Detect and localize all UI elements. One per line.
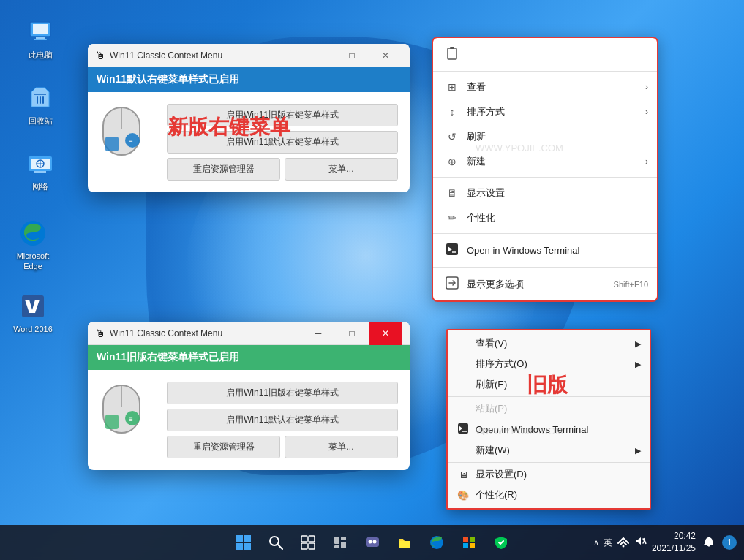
minimize-btn-2[interactable]: ─ — [301, 322, 335, 345]
svg-point-54 — [622, 545, 624, 548]
more-icon — [445, 276, 459, 292]
ctx-old-personalize[interactable]: 🎨 个性化(R) — [448, 485, 650, 505]
refresh-icon: ↺ — [445, 131, 459, 143]
widgets-button[interactable] — [326, 528, 355, 557]
ctx-old-divider-1 — [448, 396, 650, 397]
app-window-1: 🖱 Win11 Classic Context Menu ─ □ ✕ Win11… — [88, 44, 410, 192]
ctx-new-new[interactable]: ⊕ 新建 › — [433, 149, 657, 174]
window-buttons-2: 启用Win11旧版右键菜单样式 启用Win11默认右键菜单样式 重启资源管理器 … — [167, 382, 398, 458]
sort-icon: ↕ — [445, 106, 459, 118]
network-icon — [26, 149, 55, 178]
close-btn-2[interactable]: ✕ — [369, 322, 402, 345]
svg-rect-48 — [399, 541, 410, 548]
security-button[interactable] — [486, 528, 516, 557]
ctx-new-terminal[interactable]: Open in Windows Terminal — [433, 237, 657, 264]
ctx-new-view[interactable]: ⊞ 查看 › — [433, 75, 657, 99]
window-title-2: Win11 Classic Context Menu — [110, 328, 301, 338]
bottom-row-2: 重启资源管理器 菜单... — [167, 436, 398, 458]
ctx-new-clipboard[interactable] — [433, 41, 657, 68]
system-clock[interactable]: 20:42 2021/11/25 — [652, 530, 696, 555]
edge-label: Microsoft Edge — [10, 251, 56, 272]
desktop-icon-recycle[interactable]: 回收站 — [15, 80, 66, 129]
recycle-label: 回收站 — [29, 116, 53, 126]
display-icon: 🖥 — [445, 187, 459, 199]
svg-rect-52 — [463, 543, 468, 548]
taskbar-edge-button[interactable] — [422, 528, 451, 557]
ctx-old-new[interactable]: 新建(W) ▶ — [448, 440, 650, 461]
menu-btn-1[interactable]: 菜单... — [285, 158, 398, 181]
ctx-divider-3 — [433, 267, 657, 268]
svg-point-47 — [372, 540, 376, 544]
network-label: 网络 — [32, 181, 48, 192]
svg-rect-51 — [470, 537, 475, 542]
old-personalize-icon: 🎨 — [456, 490, 470, 501]
svg-rect-33 — [236, 543, 243, 550]
notification-badge[interactable]: 1 — [722, 535, 737, 550]
desktop-icon-this-pc[interactable]: 此电脑 — [15, 15, 66, 63]
svg-rect-11 — [22, 295, 44, 317]
svg-rect-38 — [309, 536, 315, 542]
lang-indicator[interactable]: 英 — [604, 537, 612, 549]
desktop-icon-word[interactable]: Word 2016 — [7, 289, 59, 337]
restart-explorer-btn-2[interactable]: 重启资源管理器 — [167, 436, 280, 458]
minimize-btn-1[interactable]: ─ — [301, 44, 335, 67]
ctx-new-refresh[interactable]: ↺ 刷新 — [433, 124, 657, 149]
terminal-icon — [445, 243, 459, 258]
explorer-button[interactable] — [390, 528, 419, 557]
enable-new-style-btn-1[interactable]: 启用Win11默认右键菜单样式 — [167, 131, 398, 154]
old-terminal-icon — [456, 423, 470, 436]
search-button[interactable] — [261, 528, 290, 557]
old-display-icon: 🖥 — [456, 469, 470, 480]
desktop-icon-edge[interactable]: Microsoft Edge — [7, 216, 59, 275]
desktop: 此电脑 回收站 网络 — [0, 0, 744, 560]
svg-point-35 — [270, 537, 279, 545]
enable-old-style-btn-1[interactable]: 启用Win11旧版右键菜单样式 — [167, 104, 398, 126]
ctx-new-more[interactable]: 显示更多选项 Shift+F10 — [433, 270, 657, 298]
ctx-old-paste[interactable]: 粘贴(P) — [448, 398, 650, 419]
svg-rect-25 — [105, 415, 119, 429]
chevron-up-icon[interactable]: ∧ — [593, 538, 599, 548]
window-title-1: Win11 Classic Context Menu — [110, 50, 301, 61]
ctx-new-display[interactable]: 🖥 显示设置 — [433, 181, 657, 205]
window-header-2: Win11旧版右键菜单样式已启用 — [88, 345, 410, 370]
ctx-new-sort[interactable]: ↕ 排序方式 › — [433, 99, 657, 124]
enable-old-style-btn-2[interactable]: 启用Win11旧版右键菜单样式 — [167, 382, 398, 404]
restart-explorer-btn-1[interactable]: 重启资源管理器 — [167, 158, 280, 181]
mouse-icon-2: ≡ — [99, 382, 158, 440]
menu-btn-2[interactable]: 菜单... — [285, 436, 398, 458]
ctx-old-view[interactable]: 查看(V) ▶ — [448, 333, 650, 354]
app-icon-2: 🖱 — [95, 328, 105, 339]
bottom-row-1: 重启资源管理器 菜单... — [167, 158, 398, 181]
window-body-1: ≡ 启用Win11旧版右键菜单样式 启用Win11默认右键菜单样式 重启资源管理… — [88, 92, 410, 192]
svg-text:≡: ≡ — [129, 137, 133, 145]
svg-line-36 — [278, 545, 282, 549]
titlebar-2[interactable]: 🖱 Win11 Classic Context Menu ─ □ ✕ — [88, 322, 410, 345]
notification-button[interactable] — [700, 528, 718, 557]
svg-rect-31 — [236, 535, 243, 542]
word-icon — [18, 292, 48, 321]
svg-rect-44 — [334, 545, 339, 548]
ctx-old-display[interactable]: 🖥 显示设置(D) — [448, 464, 650, 485]
ctx-new-personalize[interactable]: ✏ 个性化 — [433, 205, 657, 230]
chat-button[interactable] — [358, 528, 387, 557]
taskview-button[interactable] — [293, 528, 323, 557]
app-window-2: 🖱 Win11 Classic Context Menu ─ □ ✕ Win11… — [88, 322, 410, 470]
start-button[interactable] — [229, 528, 258, 557]
taskbar-center — [229, 528, 516, 557]
this-pc-icon — [26, 18, 55, 47]
ctx-old-sort[interactable]: 排序方式(O) ▶ — [448, 354, 650, 374]
ctx-old-refresh[interactable]: 刷新(E) — [448, 374, 650, 395]
maximize-btn-1[interactable]: □ — [335, 44, 369, 67]
maximize-btn-2[interactable]: □ — [335, 322, 369, 345]
titlebar-1[interactable]: 🖱 Win11 Classic Context Menu ─ □ ✕ — [88, 44, 410, 67]
notification-area[interactable]: ∧ 英 — [593, 534, 647, 550]
desktop-icon-network[interactable]: 网络 — [15, 146, 66, 194]
enable-new-style-btn-2[interactable]: 启用Win11默认右键菜单样式 — [167, 409, 398, 431]
store-button[interactable] — [454, 528, 484, 557]
close-btn-1[interactable]: ✕ — [369, 44, 402, 67]
window-buttons-1: 启用Win11旧版右键菜单样式 启用Win11默认右键菜单样式 重启资源管理器 … — [167, 104, 398, 181]
shift-f10-shortcut: Shift+F10 — [614, 280, 648, 289]
svg-rect-1 — [33, 24, 48, 34]
context-menu-new: ⊞ 查看 › ↕ 排序方式 › ↺ 刷新 ⊕ 新建 › 🖥 显示设置 ✏ 个性化 — [432, 37, 658, 302]
ctx-old-terminal[interactable]: Open in Windows Terminal — [448, 419, 650, 440]
